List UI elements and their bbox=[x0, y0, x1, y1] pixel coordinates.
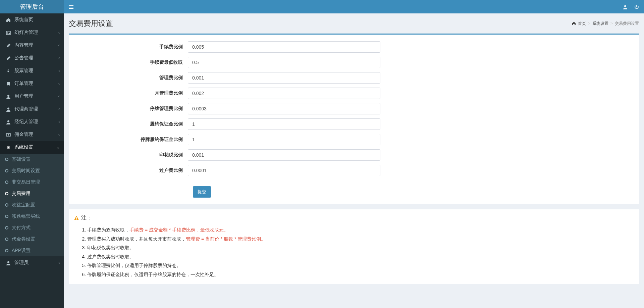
sidebar-item-6[interactable]: 用户管理‹ bbox=[0, 90, 64, 103]
sidebar-toggle-button[interactable] bbox=[69, 4, 73, 10]
user-button[interactable] bbox=[623, 4, 628, 9]
notes-box: 注： 手续费为双向收取，手续费 = 成交金额 * 手续费比例，最低收取元。管理费… bbox=[69, 209, 639, 284]
book-icon bbox=[5, 81, 12, 86]
submenu-item-label: 交易时间设置 bbox=[12, 168, 40, 174]
sidebar-item-label: 股票管理 bbox=[14, 68, 33, 74]
field-label-3: 月管理费比例 bbox=[74, 90, 188, 96]
field-label-8: 过户费比例 bbox=[74, 167, 188, 173]
chevron-left-icon: ‹ bbox=[58, 119, 60, 124]
field-input-7[interactable] bbox=[188, 149, 380, 161]
chevron-left-icon: ‹ bbox=[58, 68, 60, 73]
chevron-left-icon: ‹ bbox=[58, 94, 60, 99]
field-input-0[interactable] bbox=[188, 41, 380, 53]
brand-logo: 管理后台 bbox=[0, 0, 64, 13]
submenu-item-0[interactable]: 基础设置 bbox=[0, 154, 64, 165]
submenu-item-3[interactable]: 交易费用 bbox=[0, 188, 64, 199]
note-item-5: 停牌履约保证金比例，仅适用于停牌股票的持仓，一次性补足。 bbox=[87, 270, 634, 279]
sidebar-item-5[interactable]: 订单管理‹ bbox=[0, 77, 64, 90]
svg-point-3 bbox=[7, 108, 9, 110]
submenu-item-label: 涨跌幅禁买线 bbox=[12, 213, 40, 219]
sidebar-item-8[interactable]: 经纪人管理‹ bbox=[0, 115, 64, 128]
submenu-item-label: 代金券设置 bbox=[12, 236, 35, 242]
svg-point-6 bbox=[8, 134, 9, 136]
breadcrumb-home[interactable]: 首页 bbox=[578, 21, 586, 27]
chevron-left-icon: ‹ bbox=[58, 107, 60, 111]
submenu-item-4[interactable]: 收益宝配置 bbox=[0, 199, 64, 211]
field-input-1[interactable] bbox=[188, 57, 380, 68]
svg-point-8 bbox=[7, 261, 9, 263]
gear-icon bbox=[5, 145, 12, 150]
chevron-left-icon: ‹ bbox=[58, 43, 60, 48]
field-label-6: 停牌履约保证金比例 bbox=[74, 137, 188, 143]
note-item-3: 过户费仅卖出时收取。 bbox=[87, 252, 634, 261]
field-input-6[interactable] bbox=[188, 134, 380, 145]
sidebar-item-7[interactable]: 代理商管理‹ bbox=[0, 103, 64, 115]
field-input-5[interactable] bbox=[188, 118, 380, 130]
sidebar-item-0[interactable]: 系统首页 bbox=[0, 13, 64, 26]
power-icon bbox=[634, 5, 639, 9]
ring-icon bbox=[5, 238, 8, 241]
submenu-item-1[interactable]: 交易时间设置 bbox=[0, 165, 64, 176]
sidebar-item-9[interactable]: 佣金管理‹ bbox=[0, 128, 64, 141]
note-item-4: 停牌管理费比例，仅适用于停牌股票的持仓。 bbox=[87, 261, 634, 270]
user-icon bbox=[5, 119, 12, 124]
svg-point-4 bbox=[7, 120, 9, 122]
sidebar-item-label: 代理商管理 bbox=[14, 106, 38, 112]
submenu-item-2[interactable]: 非交易日管理 bbox=[0, 176, 64, 188]
sidebar-item-3[interactable]: 公告管理‹ bbox=[0, 52, 64, 64]
submenu-item-5[interactable]: 涨跌幅禁买线 bbox=[0, 211, 64, 222]
logout-button[interactable] bbox=[634, 4, 639, 9]
submenu-item-7[interactable]: 代金券设置 bbox=[0, 234, 64, 245]
ring-icon bbox=[5, 169, 8, 172]
field-label-1: 手续费最低收取 bbox=[74, 59, 188, 65]
note-item-0: 手续费为双向收取，手续费 = 成交金额 * 手续费比例，最低收取元。 bbox=[87, 225, 634, 235]
topbar bbox=[64, 0, 644, 13]
field-label-0: 手续费比例 bbox=[74, 44, 188, 50]
sidebar-item-4[interactable]: 股票管理‹ bbox=[0, 64, 64, 77]
field-input-8[interactable] bbox=[188, 165, 380, 176]
sidebar-item-system[interactable]: 系统设置⌄ bbox=[0, 141, 64, 154]
submenu-item-label: 基础设置 bbox=[12, 156, 31, 162]
user-icon bbox=[5, 106, 12, 112]
field-label-5: 履约保证金比例 bbox=[74, 121, 188, 127]
field-input-2[interactable] bbox=[188, 72, 380, 84]
edit-icon bbox=[5, 43, 12, 48]
note-item-2: 印花税仅卖出时收取。 bbox=[87, 243, 634, 252]
submenu-item-label: 非交易日管理 bbox=[12, 179, 40, 185]
note-item-1: 管理费买入成功时收取，并且每天开市前收取，管理费 = 当前价 * 股数 * 管理… bbox=[87, 235, 634, 244]
sidebar-item-label: 内容管理 bbox=[14, 42, 33, 48]
sidebar-item-label: 经纪人管理 bbox=[14, 119, 38, 125]
user-icon bbox=[623, 5, 628, 9]
submenu-item-label: 交易费用 bbox=[12, 191, 31, 197]
sidebar-item-label: 佣金管理 bbox=[14, 132, 33, 138]
svg-point-9 bbox=[624, 5, 626, 7]
ring-icon bbox=[5, 192, 8, 195]
warning-icon bbox=[74, 215, 79, 221]
sidebar-item-label: 幻灯片管理 bbox=[14, 30, 38, 36]
ring-icon bbox=[5, 203, 8, 207]
field-label-4: 停牌管理费比例 bbox=[74, 106, 188, 112]
bolt-icon bbox=[5, 68, 12, 73]
breadcrumb-current: 交易费用设置 bbox=[615, 21, 639, 27]
notes-title: 注： bbox=[74, 214, 634, 221]
submenu-item-8[interactable]: APP设置 bbox=[0, 245, 64, 256]
submenu-item-label: 收益宝配置 bbox=[12, 202, 35, 208]
hamburger-icon bbox=[69, 5, 73, 9]
field-label-2: 管理费比例 bbox=[74, 75, 188, 81]
sidebar: 管理后台 系统首页幻灯片管理‹内容管理‹公告管理‹股票管理‹订单管理‹用户管理‹… bbox=[0, 0, 64, 308]
svg-point-1 bbox=[7, 32, 8, 33]
field-label-7: 印花税比例 bbox=[74, 152, 188, 158]
chevron-left-icon: ‹ bbox=[58, 30, 60, 35]
sidebar-item-1[interactable]: 幻灯片管理‹ bbox=[0, 26, 64, 39]
submit-button[interactable]: 提交 bbox=[193, 186, 211, 198]
field-input-4[interactable] bbox=[188, 103, 380, 114]
home-icon bbox=[5, 17, 12, 22]
field-input-3[interactable] bbox=[188, 88, 380, 99]
user-icon bbox=[5, 94, 12, 99]
sidebar-item-admin[interactable]: 管理员‹ bbox=[0, 256, 64, 269]
sidebar-item-2[interactable]: 内容管理‹ bbox=[0, 39, 64, 52]
chevron-down-icon: ⌄ bbox=[56, 145, 60, 150]
submenu-item-6[interactable]: 支付方式 bbox=[0, 222, 64, 234]
submenu-item-label: APP设置 bbox=[12, 248, 31, 254]
breadcrumb-parent[interactable]: 系统设置 bbox=[592, 21, 608, 27]
